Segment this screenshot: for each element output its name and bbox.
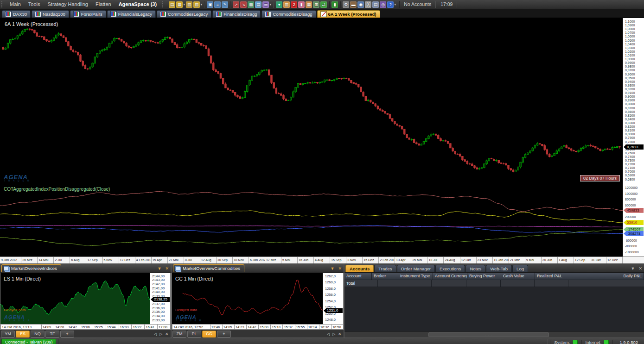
chart-folder-icon[interactable]: ▤: [169, 1, 175, 8]
positions-icon[interactable]: ▮: [298, 1, 305, 8]
toolbar-grip[interactable]: [162, 1, 165, 7]
workspace-tab[interactable]: CommoditiesLegacy: [157, 10, 211, 18]
dropdown-caret-icon[interactable]: ▾: [394, 2, 396, 6]
accounts-tab[interactable]: Executions: [435, 265, 465, 272]
menu-item[interactable]: AgenaSpace (3): [115, 0, 161, 9]
accounts-tab[interactable]: Notes: [465, 265, 485, 272]
workspace-tab[interactable]: 6A 1 Week (Processed): [317, 10, 380, 18]
cot-chart-canvas[interactable]: COTAggregatedIndexPositionDisaggregated(…: [0, 184, 623, 256]
cot-axis[interactable]: 120000010000008000006000004000002000000-…: [623, 184, 644, 256]
panel-tab-marketoverviewindices[interactable]: MarketOverviewIndices: [1, 264, 61, 272]
gc-price-axis[interactable]: 1262,01260,01258,01256,01254,01252,01250…: [323, 273, 343, 324]
gc-chart-body[interactable]: GC 1 Min (Direct) Delayed data AGENA T R…: [172, 273, 344, 324]
toolbar-grip[interactable]: [1, 1, 5, 7]
dropdown-caret-icon[interactable]: ▾: [269, 2, 271, 6]
scroll-left-icon[interactable]: ◁: [325, 332, 331, 336]
menu-item[interactable]: Flatten: [92, 0, 115, 9]
dropdown-caret-icon[interactable]: ▾: [200, 2, 202, 6]
symbol-tab[interactable]: PL: [187, 331, 201, 338]
menu-item[interactable]: Main: [6, 0, 25, 9]
help-icon[interactable]: ?: [387, 1, 394, 8]
globe-icon[interactable]: ●: [276, 1, 282, 8]
symbol-tab[interactable]: ES: [16, 331, 30, 338]
total-row[interactable]: Total: [344, 280, 644, 287]
pages-icon[interactable]: ▤: [255, 1, 261, 8]
scroll-left-icon[interactable]: ◁: [153, 332, 158, 336]
gc-chart-canvas[interactable]: GC 1 Min (Direct) Delayed data AGENA T R…: [172, 273, 323, 324]
dropdown-caret-icon[interactable]: ▾: [183, 2, 185, 6]
accounts-tab[interactable]: Order Manager: [397, 265, 435, 272]
column-header[interactable]: Cash Value: [501, 273, 535, 280]
collapse-icon[interactable]: ▼: [329, 265, 337, 272]
symbol-tab[interactable]: GC: [202, 331, 216, 338]
es-chart-body[interactable]: ES 1 Min (Direct) Delayed data AGENA T R…: [0, 273, 171, 324]
main-chart-canvas[interactable]: 6A 1 Week (Processed) AGENA T R A D E R …: [0, 18, 623, 184]
horizontal-scrollbar[interactable]: ⋮⋮⋮: [344, 331, 644, 338]
panel-tab-marketoverviewcommodities[interactable]: MarketOverviewCommodities: [173, 264, 244, 272]
scroll-right-icon[interactable]: ▷: [158, 332, 164, 336]
close-icon[interactable]: ✕: [336, 265, 344, 272]
alert-badge-icon[interactable]: 2: [291, 1, 297, 8]
users-icon[interactable]: ◎: [380, 1, 386, 8]
column-header[interactable]: Instrument Type: [398, 273, 433, 280]
scrollbar-thumb[interactable]: ⋮⋮⋮: [428, 332, 549, 337]
accounts-tab[interactable]: Accounts: [345, 265, 374, 272]
accounts-tab[interactable]: Log: [512, 265, 528, 272]
market-overview-icon[interactable]: ▩: [248, 1, 254, 8]
column-header[interactable]: Account Currency: [433, 273, 467, 280]
refresh-icon[interactable]: ⇄: [320, 1, 327, 8]
user-icon[interactable]: ◉: [357, 1, 364, 8]
column-header[interactable]: Daily P&L: [621, 273, 644, 280]
symbol-tab[interactable]: NQ: [31, 331, 45, 338]
short-chart-icon[interactable]: ↘: [240, 1, 247, 8]
menu-item[interactable]: Tools: [25, 0, 44, 9]
accounts-tab[interactable]: Web-Tab: [486, 265, 512, 272]
settings-gear-icon[interactable]: ⚙: [343, 1, 349, 8]
column-header[interactable]: Account: [344, 273, 372, 280]
column-header[interactable]: Realized P&L: [535, 273, 621, 280]
tools-icon[interactable]: ╳: [365, 1, 371, 8]
column-header[interactable]: Broker: [372, 273, 398, 280]
close-icon[interactable]: ✕: [637, 265, 644, 272]
symbol-tab[interactable]: ZM: [172, 331, 186, 338]
accounts-tab[interactable]: Trades: [374, 265, 396, 272]
symbol-tab[interactable]: +: [60, 331, 74, 338]
workspace-tab[interactable]: DAX30: [2, 10, 31, 18]
menu-item[interactable]: Strategy Handling: [44, 0, 92, 9]
chart-link-icon[interactable]: ▧: [193, 1, 200, 8]
workspace-tab[interactable]: Nasdaq100: [32, 10, 69, 18]
accounts-table-body[interactable]: [344, 287, 644, 331]
date-axis[interactable]: 9 Jan 201226 Mrz14 Mai2 Jul6 Aug17 Sep5 …: [0, 256, 644, 263]
column-header[interactable]: Buying Power: [467, 273, 501, 280]
notes-icon[interactable]: ✎: [222, 1, 228, 8]
log-icon[interactable]: ▤: [372, 1, 379, 8]
collapse-icon[interactable]: ▼: [629, 265, 637, 272]
symbol-tab[interactable]: TF: [45, 331, 59, 338]
workspace-tab[interactable]: FinancialsLegacy: [107, 10, 156, 18]
collapse-icon[interactable]: ▼: [156, 265, 164, 272]
depth-trader-icon[interactable]: ≡: [214, 1, 221, 8]
chart-folder-add-icon[interactable]: ▦: [176, 1, 183, 8]
stats-icon[interactable]: ▮: [332, 1, 338, 8]
close-icon[interactable]: ✕: [164, 332, 170, 336]
watchlist-icon[interactable]: ☰: [262, 1, 269, 8]
symbol-tab[interactable]: +: [217, 331, 231, 338]
es-price-axis[interactable]: 2144,002143,002142,002141,002140,002139,…: [150, 273, 170, 324]
es-chart-canvas[interactable]: ES 1 Min (Direct) Delayed data AGENA T R…: [0, 273, 150, 324]
workspace-tab[interactable]: CommoditiesDisagg: [261, 10, 316, 18]
long-chart-icon[interactable]: ↗: [233, 1, 239, 8]
price-axis[interactable]: 1,10001,09001,08001,07001,06001,05001,04…: [623, 18, 644, 184]
order-pad-icon[interactable]: ▣: [207, 1, 213, 8]
workspace-tab[interactable]: ForexPairs: [70, 10, 106, 18]
chart-template-icon[interactable]: ▥: [186, 1, 192, 8]
close-icon[interactable]: ✕: [163, 265, 171, 272]
workspace-tab[interactable]: FinancialsDisagg: [212, 10, 261, 18]
accounts-status[interactable]: No Accounts: [399, 1, 436, 8]
symbol-tab[interactable]: YM: [1, 331, 15, 338]
scroll-right-icon[interactable]: ▷: [331, 332, 337, 336]
grid-icon[interactable]: ⊞: [313, 1, 319, 8]
connection-icon[interactable]: ▬: [350, 1, 357, 8]
basket-icon[interactable]: ▦: [306, 1, 312, 8]
close-icon[interactable]: ✕: [337, 332, 343, 336]
alert-list-icon[interactable]: ▥: [283, 1, 290, 8]
